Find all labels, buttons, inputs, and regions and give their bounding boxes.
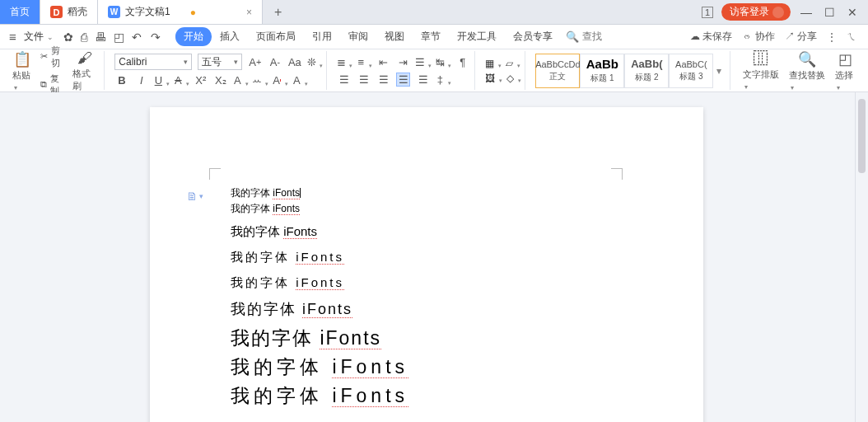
style-label: 标题 2	[635, 72, 658, 83]
style-label: 标题 3	[679, 71, 702, 82]
document-page[interactable]: 🗎▾ 我的字体 iFonts 我的字体 iFonts 我的字体 iFonts 我…	[150, 107, 703, 422]
qa-undo-icon[interactable]: ↶	[132, 30, 143, 44]
align-justify-button[interactable]: ☰	[396, 73, 410, 87]
window-close-button[interactable]: ✕	[845, 6, 860, 19]
text-effects-button[interactable]: A	[233, 73, 247, 87]
window-maximize-button[interactable]: ☐	[822, 6, 837, 19]
find-replace-label: 查找替换	[789, 69, 825, 91]
indent-button[interactable]: ⇥	[396, 55, 410, 69]
tab-home[interactable]: 首页	[0, 0, 40, 24]
tabstop-button[interactable]: ↹	[436, 55, 450, 69]
ribbon-tab-vip[interactable]: 会员专享	[505, 27, 561, 46]
group-tools: ⿲ 文字排版 🔍 查找替换 ◰ 选择	[735, 51, 863, 90]
line-spacing-button[interactable]: ‡	[436, 73, 450, 87]
strike-button[interactable]: A	[174, 73, 188, 87]
window-minimize-button[interactable]: —	[799, 6, 814, 19]
font-size-select[interactable]: 五号▾	[198, 54, 242, 70]
clear-format-icon[interactable]: ❊	[307, 55, 321, 69]
text-layout-label: 文字排版	[743, 68, 779, 91]
format-painter-button[interactable]: 🖌 格式刷	[70, 49, 99, 92]
qa-open-icon[interactable]: ⎙	[81, 30, 87, 44]
paste-button[interactable]: 📋 粘贴	[10, 50, 35, 91]
more-icon[interactable]: ⋮	[827, 31, 837, 43]
format-painter-label: 格式刷	[72, 68, 96, 92]
ribbon-tab-review[interactable]: 审阅	[340, 27, 376, 46]
new-tab-button[interactable]: +	[263, 0, 293, 24]
file-menu[interactable]: 文件 ⌄	[21, 30, 57, 44]
group-font: Calibri▾ 五号▾ A+ A- Aa ❊ B I U A X² X₂ A …	[110, 51, 327, 90]
select-button[interactable]: ◰ 选择	[833, 50, 858, 91]
titlebar-right: 1 访客登录 — ☐ ✕	[693, 0, 868, 24]
ribbon-tab-dev[interactable]: 开发工具	[449, 27, 505, 46]
doc-line: 我的字体 iFonts	[231, 326, 609, 351]
ribbon-tab-start[interactable]: 开始	[175, 27, 212, 46]
find-replace-button[interactable]: 🔍 查找替换	[786, 50, 828, 91]
cut-button[interactable]: ✂剪切	[40, 45, 66, 69]
ribbon-tab-view[interactable]: 视图	[376, 27, 413, 46]
align-left-button[interactable]: ☰	[337, 73, 351, 87]
doc-line: 我的字体 iFonts	[231, 250, 609, 265]
style-label: 标题 1	[590, 73, 614, 84]
outdent-button[interactable]: ⇤	[376, 55, 390, 69]
collab-button[interactable]: ᰔ 协作	[742, 30, 774, 44]
underline-button[interactable]: U	[154, 73, 168, 87]
image-button[interactable]: 🖼	[485, 73, 501, 84]
doc-line: 我的字体 iFonts	[231, 383, 609, 409]
menubar: ≡ 文件 ⌄ ✿ ⎙ 🖶 ◰ ↶ ↷ 开始 插入 页面布局 引用 审阅 视图 章…	[0, 25, 868, 49]
qa-redo-icon[interactable]: ↷	[151, 30, 162, 44]
qa-preview-icon[interactable]: ◰	[114, 30, 124, 44]
document-content[interactable]: 我的字体 iFonts 我的字体 iFonts 我的字体 iFonts 我的字体…	[231, 186, 609, 409]
shape-button[interactable]: ◇	[506, 73, 520, 84]
bullets-button[interactable]: ≣	[337, 55, 351, 69]
borders-button[interactable]: ▦	[485, 58, 500, 69]
style-preview: AaBb(	[631, 58, 662, 70]
subscript-button[interactable]: X₂	[213, 73, 227, 87]
align-right-button[interactable]: ☰	[376, 73, 390, 87]
tab-shell[interactable]: D 稻壳	[40, 0, 98, 24]
ribbon-tab-insert[interactable]: 插入	[212, 27, 248, 46]
font-name-select[interactable]: Calibri▾	[114, 54, 192, 70]
ribbon-tab-section[interactable]: 章节	[413, 27, 449, 46]
font-color-button[interactable]: A	[273, 73, 287, 87]
search-icon: 🔍	[566, 30, 579, 43]
ribbon-tabs: 开始 插入 页面布局 引用 审阅 视图 章节 开发工具 会员专享	[175, 27, 561, 46]
change-case-icon[interactable]: Aa	[287, 55, 301, 69]
highlight-button[interactable]: ꕀ	[253, 73, 267, 87]
shrink-font-icon[interactable]: A-	[268, 55, 282, 69]
login-button[interactable]: 访客登录	[721, 3, 791, 21]
login-label: 访客登录	[730, 5, 769, 19]
tab-document[interactable]: W 文字文稿1 ● ×	[98, 0, 263, 24]
unsaved-indicator[interactable]: ☁ 未保存	[690, 30, 732, 44]
shading-button[interactable]: A	[292, 73, 306, 87]
style-normal[interactable]: AaBbCcDd 正文	[535, 54, 580, 88]
qa-save-icon[interactable]: ✿	[63, 30, 73, 44]
ribbon-tab-layout[interactable]: 页面布局	[248, 27, 304, 46]
styles-more-icon[interactable]: ▾	[713, 65, 725, 77]
hamburger-icon[interactable]: ≡	[7, 30, 19, 44]
style-h1[interactable]: AaBb 标题 1	[580, 54, 624, 88]
style-h3[interactable]: AaBbC( 标题 3	[669, 54, 713, 88]
qa-print-icon[interactable]: 🖶	[95, 30, 106, 44]
search-button[interactable]: 🔍 查找	[566, 30, 602, 44]
sort-button[interactable]: ☰	[416, 55, 430, 69]
tab-close-icon[interactable]: ×	[246, 7, 252, 18]
align-dist-button[interactable]: ☰	[416, 73, 430, 87]
ribbon-tab-ref[interactable]: 引用	[304, 27, 340, 46]
scrollbar-thumb[interactable]	[858, 99, 866, 173]
italic-button[interactable]: I	[134, 73, 148, 87]
style-h2[interactable]: AaBb( 标题 2	[624, 54, 669, 88]
share-button[interactable]: ↗ 分享	[785, 30, 817, 44]
vertical-scrollbar[interactable]	[855, 92, 868, 422]
find-icon: 🔍	[798, 50, 816, 68]
page-tag-icon[interactable]: 🗎▾	[186, 190, 203, 203]
showmarks-button[interactable]: ¶	[455, 55, 469, 69]
grow-font-icon[interactable]: A+	[248, 55, 262, 69]
table-button[interactable]: ▱	[506, 58, 519, 69]
collapse-ribbon-icon[interactable]: ㄟ	[847, 30, 856, 44]
tab-home-label: 首页	[10, 5, 30, 19]
superscript-button[interactable]: X²	[194, 73, 208, 87]
bold-button[interactable]: B	[114, 73, 128, 87]
align-center-button[interactable]: ☰	[357, 73, 371, 87]
numbering-button[interactable]: ≡	[357, 55, 371, 69]
text-layout-button[interactable]: ⿲ 文字排版	[740, 50, 782, 91]
